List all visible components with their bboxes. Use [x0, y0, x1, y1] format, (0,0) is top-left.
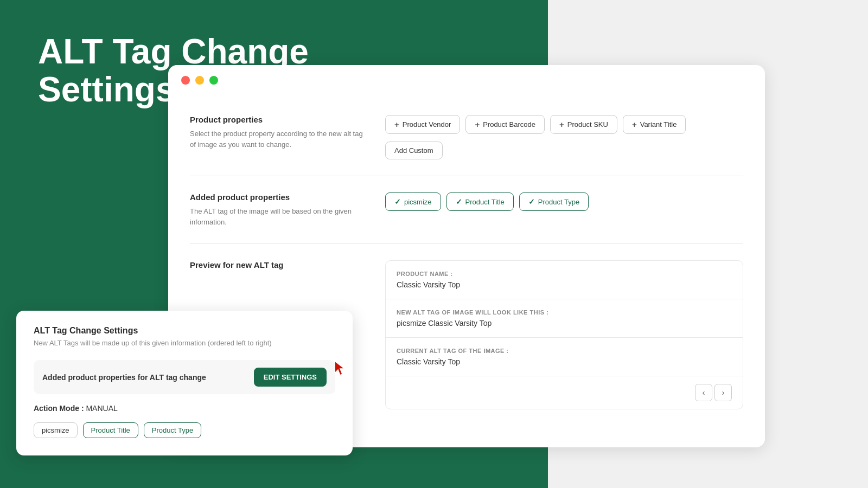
- product-properties-section: Product properties Select the product pr…: [190, 99, 743, 176]
- check-icon: ✓: [528, 197, 535, 206]
- settings-card-row-label: Added product properties for ALT tag cha…: [42, 373, 206, 382]
- product-properties-title: Product properties: [190, 115, 363, 124]
- product-name-block: PRODUCT NAME : Classic Varsity Top: [386, 261, 743, 299]
- dot-red[interactable]: [181, 76, 190, 85]
- added-product-type-label: Product Type: [538, 198, 579, 206]
- product-vendor-label: Product Vendor: [403, 120, 451, 129]
- added-picsmize-btn[interactable]: ✓ picsmize: [385, 192, 441, 211]
- nav-prev-btn[interactable]: ‹: [695, 384, 712, 401]
- product-sku-btn[interactable]: + Product SKU: [550, 115, 617, 134]
- added-properties-title: Added product properties: [190, 192, 363, 202]
- current-alt-label: CURRENT ALT TAG OF THE IMAGE :: [397, 348, 732, 354]
- dot-green[interactable]: [209, 76, 218, 85]
- new-alt-label: NEW ALT TAG OF IMAGE WILL LOOK LIKE THIS…: [397, 309, 732, 316]
- product-barcode-label: Product Barcode: [483, 120, 535, 129]
- added-product-title-btn[interactable]: ✓ Product Title: [446, 192, 514, 211]
- plus-icon: +: [559, 120, 564, 129]
- section-left-preview: Preview for new ALT tag: [190, 260, 363, 274]
- tag-picsmize: picsmize: [34, 422, 78, 438]
- product-sku-label: Product SKU: [567, 120, 608, 129]
- props-row: + Product Vendor + Product Barcode + Pro…: [385, 115, 743, 134]
- tag-product-title: Product Title: [83, 422, 138, 438]
- variant-title-btn[interactable]: + Variant Title: [623, 115, 686, 134]
- settings-card-title: ALT Tag Change Settings: [34, 326, 335, 336]
- nav-buttons: ‹ ›: [386, 376, 743, 409]
- nav-next-btn[interactable]: ›: [714, 384, 732, 401]
- tag-product-type: Product Type: [144, 422, 201, 438]
- preview-title: Preview for new ALT tag: [190, 260, 363, 269]
- variant-title-label: Variant Title: [640, 120, 677, 129]
- add-custom-btn[interactable]: Add Custom: [385, 142, 443, 159]
- added-product-type-btn[interactable]: ✓ Product Type: [519, 192, 589, 211]
- action-mode-value: MANUAL: [86, 404, 117, 413]
- plus-icon: +: [475, 120, 480, 129]
- edit-settings-btn[interactable]: EDIT SETTINGS: [254, 368, 327, 387]
- added-props-row: ✓ picsmize ✓ Product Title ✓ Product Typ…: [385, 192, 743, 211]
- dot-yellow[interactable]: [195, 76, 204, 85]
- section-right-added-props: ✓ picsmize ✓ Product Title ✓ Product Typ…: [385, 192, 743, 211]
- current-alt-block: CURRENT ALT TAG OF THE IMAGE : Classic V…: [386, 338, 743, 376]
- window-controls: [168, 65, 765, 93]
- product-properties-desc: Select the product property according to…: [190, 129, 363, 150]
- new-alt-value: picsmize Classic Varsity Top: [397, 319, 732, 328]
- section-left-added-props: Added product properties The ALT tag of …: [190, 192, 363, 227]
- added-properties-section: Added product properties The ALT tag of …: [190, 176, 743, 244]
- settings-card: ALT Tag Change Settings New ALT Tags wil…: [16, 311, 353, 455]
- new-alt-block: NEW ALT TAG OF IMAGE WILL LOOK LIKE THIS…: [386, 299, 743, 338]
- current-alt-value: Classic Varsity Top: [397, 357, 732, 366]
- product-name-label: PRODUCT NAME :: [397, 271, 732, 277]
- settings-card-row: Added product properties for ALT tag cha…: [34, 360, 335, 394]
- section-right-preview: PRODUCT NAME : Classic Varsity Top NEW A…: [385, 260, 743, 409]
- section-left-product-props: Product properties Select the product pr…: [190, 115, 363, 150]
- preview-card: PRODUCT NAME : Classic Varsity Top NEW A…: [385, 260, 743, 409]
- added-properties-desc: The ALT tag of the image will be based o…: [190, 206, 363, 227]
- added-picsmize-label: picsmize: [404, 198, 432, 206]
- check-icon: ✓: [394, 197, 401, 206]
- plus-icon: +: [394, 120, 399, 129]
- tags-row: picsmize Product Title Product Type: [34, 422, 335, 438]
- action-mode-label: Action Mode : MANUAL: [34, 404, 335, 413]
- add-custom-row: Add Custom: [385, 142, 743, 159]
- product-vendor-btn[interactable]: + Product Vendor: [385, 115, 460, 134]
- plus-icon: +: [632, 120, 637, 129]
- section-right-product-props: + Product Vendor + Product Barcode + Pro…: [385, 115, 743, 159]
- check-icon: ✓: [456, 197, 462, 206]
- cursor-icon: [333, 360, 348, 381]
- action-mode-row: Action Mode : MANUAL: [34, 404, 335, 413]
- added-product-title-label: Product Title: [465, 198, 505, 206]
- settings-card-desc: New ALT Tags will be made up of this giv…: [34, 339, 335, 347]
- product-name-value: Classic Varsity Top: [397, 280, 732, 289]
- product-barcode-btn[interactable]: + Product Barcode: [465, 115, 545, 134]
